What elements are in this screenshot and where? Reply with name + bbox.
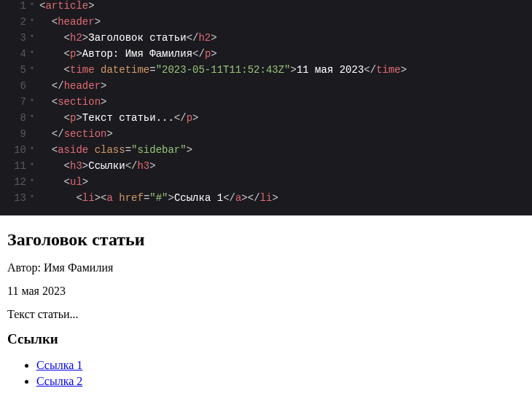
code-content[interactable]: <h3>Ссылки</h3>: [36, 160, 156, 172]
line-number: 4: [0, 48, 28, 60]
code-line[interactable]: 2▾ <header>: [0, 16, 532, 32]
code-content[interactable]: <p>Текст статьи...</p>: [36, 112, 198, 124]
preview-links-list: Ссылка 1 Ссылка 2: [7, 357, 525, 389]
code-content[interactable]: <time datetime="2023-05-11T11:52:43Z">11…: [36, 64, 407, 76]
code-content[interactable]: <section>: [36, 96, 106, 108]
line-number: 1: [0, 0, 28, 12]
code-content[interactable]: <p>Автор: Имя Фамилия</p>: [36, 48, 217, 60]
fold-icon[interactable]: ▾: [28, 48, 36, 56]
line-number: 5: [0, 64, 28, 76]
line-number: 7: [0, 96, 28, 108]
code-line[interactable]: 1▾<article>: [0, 0, 532, 16]
code-content[interactable]: <header>: [36, 16, 101, 28]
line-number: 3: [0, 32, 28, 44]
fold-icon[interactable]: ▾: [28, 160, 36, 168]
list-item: Ссылка 1: [36, 357, 525, 373]
preview-link[interactable]: Ссылка 2: [36, 375, 82, 387]
preview-author: Автор: Имя Фамилия: [7, 261, 525, 274]
line-number: 12: [0, 176, 28, 188]
code-content[interactable]: <article>: [36, 0, 95, 12]
code-line[interactable]: 7▾ <section>: [0, 96, 532, 112]
code-line[interactable]: 13▾ <li><a href="#">Ссылка 1</a></li>: [0, 192, 532, 208]
line-number: 13: [0, 192, 28, 204]
line-number: 11: [0, 160, 28, 172]
fold-icon[interactable]: ▾: [28, 16, 36, 24]
list-item: Ссылка 2: [36, 373, 525, 389]
code-line[interactable]: 4▾ <p>Автор: Имя Фамилия</p>: [0, 48, 532, 64]
fold-icon[interactable]: ▾: [28, 96, 36, 104]
preview-links-heading: Ссылки: [7, 331, 525, 347]
fold-icon[interactable]: ▾: [28, 0, 36, 8]
fold-icon[interactable]: ▾: [28, 112, 36, 120]
html-preview: Заголовок статьи Автор: Имя Фамилия 11 м…: [0, 215, 532, 396]
code-line[interactable]: 3▾ <h2>Заголовок статьи</h2>: [0, 32, 532, 48]
fold-icon[interactable]: ▾: [28, 64, 36, 72]
fold-icon[interactable]: ▾: [28, 32, 36, 40]
preview-date: 11 мая 2023: [7, 285, 525, 298]
line-number: 9: [0, 128, 28, 140]
line-number: 6: [0, 80, 28, 92]
line-number: 2: [0, 16, 28, 28]
fold-icon[interactable]: ▾: [28, 176, 36, 184]
preview-title: Заголовок статьи: [7, 230, 525, 250]
code-line[interactable]: 11▾ <h3>Ссылки</h3>: [0, 160, 532, 176]
code-content[interactable]: <li><a href="#">Ссылка 1</a></li>: [36, 192, 278, 204]
code-line[interactable]: 10▾ <aside class="sidebar">: [0, 144, 532, 160]
preview-body: Текст статьи...: [7, 308, 525, 321]
line-number: 8: [0, 112, 28, 124]
code-line[interactable]: 8▾ <p>Текст статьи...</p>: [0, 112, 532, 128]
fold-icon[interactable]: ▾: [28, 192, 36, 200]
code-line[interactable]: 9 </section>: [0, 128, 532, 144]
line-number: 10: [0, 144, 28, 156]
fold-icon[interactable]: ▾: [28, 144, 36, 152]
code-editor[interactable]: 1▾<article>2▾ <header>3▾ <h2>Заголовок с…: [0, 0, 532, 215]
code-line[interactable]: 6 </header>: [0, 80, 532, 96]
code-content[interactable]: </header>: [36, 80, 106, 92]
code-line[interactable]: 12▾ <ul>: [0, 176, 532, 192]
preview-link[interactable]: Ссылка 1: [36, 359, 82, 371]
code-line[interactable]: 5▾ <time datetime="2023-05-11T11:52:43Z"…: [0, 64, 532, 80]
code-content[interactable]: <aside class="sidebar">: [36, 144, 192, 156]
code-content[interactable]: <h2>Заголовок статьи</h2>: [36, 32, 217, 44]
code-content[interactable]: </section>: [36, 128, 113, 140]
code-content[interactable]: <ul>: [36, 176, 88, 188]
